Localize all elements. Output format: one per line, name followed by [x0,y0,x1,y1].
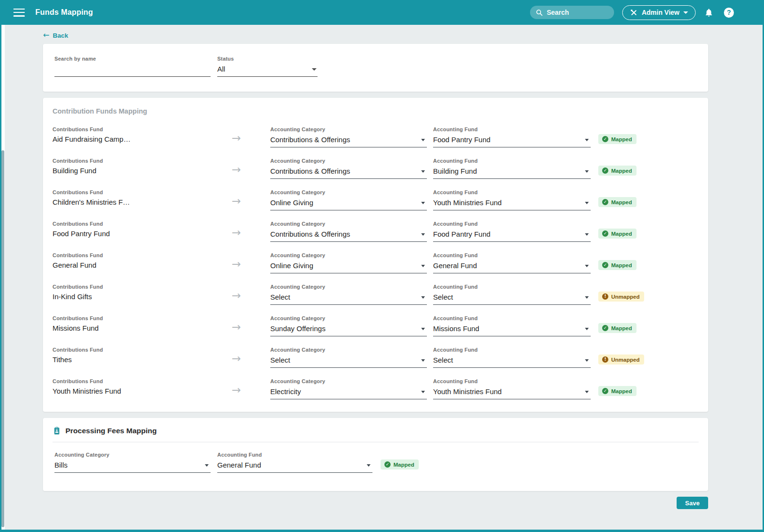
accounting-fund-value: Missions Fund [433,324,479,333]
contributions-fund-label: Contributions Fund [53,347,224,353]
accounting-fund-label: Accounting Fund [433,158,591,164]
contribution-funds-mapping-card: Contribution Funds Mapping Contributions… [43,98,708,412]
contributions-fund-value: In-Kind Gifts [53,292,224,305]
status-badge-label: Unmapped [611,294,639,300]
processing-category-select[interactable]: Accounting Category Bills [54,452,211,473]
accounting-fund-label: Accounting Fund [433,252,591,258]
search-by-name-input[interactable] [54,65,211,73]
accounting-category-label: Accounting Category [54,452,211,458]
status-filter[interactable]: Status All [217,56,318,92]
accounting-fund-select[interactable]: Accounting Fund Youth Ministries Fund [433,378,591,399]
chevron-down-icon [585,170,589,173]
arrow-right-icon: → [232,353,241,364]
accounting-category-select[interactable]: Accounting Category Contributions & Offe… [270,126,427,147]
accounting-category-select[interactable]: Accounting Category Online Giving [270,189,427,210]
page-title: Funds Mapping [35,8,93,17]
notifications-bell-icon[interactable] [704,8,713,17]
accounting-fund-value: Building Fund [433,167,477,175]
contributions-fund-label: Contributions Fund [53,189,224,195]
accounting-fund-label: Accounting Fund [433,221,591,227]
scrollbar-thumb[interactable] [1,150,4,527]
accounting-category-value: Select [270,356,290,364]
accounting-category-select[interactable]: Accounting Category Contributions & Offe… [270,221,427,242]
status-badge: Mapped [598,166,637,176]
arrow-right-icon: → [232,196,241,207]
accounting-category-select[interactable]: Accounting Category Sunday Offerings [270,315,427,336]
chevron-down-icon [421,391,425,393]
accounting-fund-value: Youth Ministries Fund [433,387,502,396]
arrow-right-icon: → [232,290,241,301]
status-badge: Mapped [598,134,637,144]
back-link[interactable]: ← Back [43,31,68,39]
accounting-fund-label: Accounting Fund [217,452,372,458]
chevron-down-icon [421,359,425,362]
accounting-fund-label: Accounting Fund [433,347,591,353]
search-input[interactable] [547,9,608,16]
mapping-row: Contributions Fund General Fund → Accoun… [53,252,699,273]
contributions-fund-label: Contributions Fund [53,158,224,164]
chevron-down-icon [205,464,209,467]
mapping-rows: Contributions Fund Aid Fundraising Camp…… [53,126,699,399]
check-circle-icon [384,461,391,468]
header-actions: Admin View ? [530,5,734,20]
global-search[interactable] [530,6,614,19]
accounting-fund-select[interactable]: Accounting Fund Food Pantry Fund [433,126,591,147]
accounting-fund-value: Select [433,356,453,364]
save-button[interactable]: Save [677,497,708,509]
chevron-down-icon [312,68,317,71]
arrow-right-icon: → [232,322,241,333]
accounting-category-label: Accounting Category [270,347,427,353]
contributions-fund-label: Contributions Fund [53,221,224,227]
help-icon[interactable]: ? [724,8,734,18]
status-badge-label: Mapped [611,325,632,331]
accounting-fund-select[interactable]: Accounting Fund Youth Ministries Fund [433,189,591,210]
accounting-fund-select[interactable]: Accounting Fund Missions Fund [433,315,591,336]
accounting-category-select[interactable]: Accounting Category Select [270,347,427,368]
filters-card: Search by name Status All [43,44,708,92]
accounting-fund-label: Accounting Fund [433,378,591,384]
status-badge: Mapped [598,229,637,239]
admin-view-button[interactable]: Admin View [622,5,696,20]
search-by-name-label: Search by name [54,56,211,62]
contributions-fund-value: Missions Fund [53,324,224,336]
funds-mapping-page: Funds Mapping Admin View [0,0,764,532]
chevron-down-icon [585,296,589,299]
accounting-fund-label: Accounting Fund [433,189,591,195]
status-badge-label: Mapped [611,168,632,174]
accounting-fund-select[interactable]: Accounting Fund Select [433,284,591,305]
accounting-category-label: Accounting Category [270,189,427,195]
accounting-category-select[interactable]: Accounting Category Contributions & Offe… [270,158,427,179]
accounting-category-label: Accounting Category [270,126,427,132]
mapping-row: Contributions Fund Building Fund → Accou… [53,158,699,179]
accounting-category-value: Electricity [270,387,301,396]
chevron-down-icon [421,233,425,236]
accounting-fund-select[interactable]: Accounting Fund Building Fund [433,158,591,179]
chevron-down-icon [683,11,688,14]
contributions-fund-value: General Fund [53,261,224,273]
accounting-category-select[interactable]: Accounting Category Electricity [270,378,427,399]
accounting-category-select[interactable]: Accounting Category Select [270,284,427,305]
arrow-right-icon: → [232,385,241,396]
processing-fund-select[interactable]: Accounting Fund General Fund [217,452,372,473]
accounting-category-value: Contributions & Offerings [270,167,350,175]
accounting-fund-select[interactable]: Accounting Fund General Fund [433,252,591,273]
accounting-fund-value: General Fund [433,261,477,270]
accounting-fund-value: Food Pantry Fund [433,136,490,144]
contributions-fund-label: Contributions Fund [53,284,224,290]
accounting-category-select[interactable]: Accounting Category Online Giving [270,252,427,273]
chevron-down-icon [421,170,425,173]
status-icon [602,262,608,268]
arrow-right-icon: → [232,227,241,238]
accounting-fund-select[interactable]: Accounting Fund Food Pantry Fund [433,221,591,242]
status-label: Status [217,56,318,62]
contributions-fund-value: Children's Ministries F… [53,198,224,210]
chevron-down-icon [585,233,589,236]
status-value: All [217,65,225,73]
status-badge-label: Mapped [611,231,632,237]
badge-icon [53,427,61,435]
status-icon [602,388,608,394]
menu-icon[interactable] [13,9,25,17]
status-icon [602,325,608,331]
chevron-down-icon [585,391,589,393]
accounting-fund-select[interactable]: Accounting Fund Select [433,347,591,368]
